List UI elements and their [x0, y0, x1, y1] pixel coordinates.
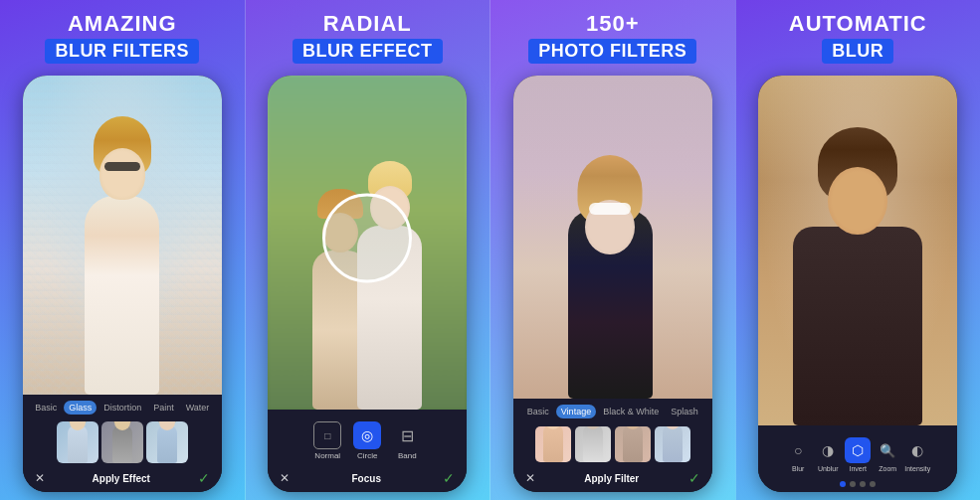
panel-auto-blur: AUTOMATIC BLUR ○ Blur ◑	[735, 0, 981, 500]
check-icon-3[interactable]: ✓	[688, 470, 700, 486]
zoom-tool-label: Zoom	[879, 465, 896, 472]
tab-basic-3[interactable]: Basic	[522, 405, 554, 418]
band-label: Band	[398, 451, 417, 460]
circle-icon: ◎	[353, 421, 381, 449]
band-icon: ⊟	[393, 421, 421, 449]
portrait-body	[793, 227, 922, 425]
panel-2-title-top: RADIAL	[293, 12, 443, 36]
focus-circle[interactable]: ◎ Circle	[353, 421, 381, 460]
tab-vintage[interactable]: Vintage	[556, 405, 596, 418]
panel-radial-blur: RADIAL BLUR EFFECT	[245, 0, 490, 500]
panel-1-controls: Basic Glass Distortion Paint Water	[23, 395, 222, 492]
check-icon-1[interactable]: ✓	[198, 470, 210, 486]
close-icon-2[interactable]: ✕	[280, 471, 290, 485]
invert-tool-label: Invert	[849, 465, 867, 472]
focus-options: □ Normal ◎ Circle ⊟ Band	[272, 416, 463, 466]
invert-icon: ⬡	[845, 437, 871, 463]
tool-intensity[interactable]: ◐ Intensity	[904, 437, 930, 472]
panel-1-title-bottom: BLUR FILTERS	[45, 39, 199, 64]
focus-band[interactable]: ⊟ Band	[393, 421, 421, 460]
panel-1-figure	[23, 91, 222, 395]
zoom-icon: 🔍	[875, 437, 900, 463]
panel-3-filter-tabs: Basic Vintage Black & White Splash	[517, 405, 708, 422]
dot-2	[850, 481, 856, 487]
intensity-tool-label: Intensity	[904, 465, 930, 472]
panel-1-phone: Basic Glass Distortion Paint Water	[23, 76, 222, 492]
tab-distortion[interactable]: Distortion	[98, 401, 146, 415]
focus-label[interactable]: Focus	[352, 473, 381, 484]
panel-2-header: RADIAL BLUR EFFECT	[285, 0, 451, 72]
close-icon-3[interactable]: ✕	[525, 471, 535, 485]
thumb-2[interactable]	[101, 421, 143, 463]
normal-label: Normal	[314, 451, 340, 460]
panel-photo-filters: 150+ PHOTO FILTERS Basic Vintage	[490, 0, 735, 500]
circle-label: Circle	[357, 451, 377, 460]
fashion-body	[568, 210, 653, 399]
panel-2-controls: □ Normal ◎ Circle ⊟ Band ✕ Focus ✓	[268, 410, 467, 492]
fashion-bg	[513, 76, 712, 399]
tool-zoom[interactable]: 🔍 Zoom	[875, 437, 900, 472]
panel-4-header: AUTOMATIC BLUR	[781, 0, 935, 72]
panel-4-photo	[758, 76, 957, 425]
panel-2-title-bottom: BLUR EFFECT	[293, 39, 443, 64]
tool-blur[interactable]: ○ Blur	[785, 437, 811, 472]
panel-2-photo	[268, 76, 467, 410]
blur-tool-label: Blur	[792, 465, 804, 472]
fashion-person	[568, 170, 658, 399]
dot-3	[860, 481, 866, 487]
tool-unblur[interactable]: ◑ Unblur	[815, 437, 841, 472]
unblur-tool-label: Unblur	[818, 465, 839, 472]
filter-thumb-3[interactable]	[615, 426, 651, 462]
tab-bw[interactable]: Black & White	[598, 405, 664, 418]
panel-blur-filters: AMAZING BLUR FILTERS	[0, 0, 245, 500]
filter-thumb-1[interactable]	[535, 426, 571, 462]
panel-1-filter-tabs: Basic Glass Distortion Paint Water	[27, 401, 218, 418]
dot-1	[840, 481, 846, 487]
panel-4-phone: ○ Blur ◑ Unblur ⬡ Invert 🔍 Zoom ◐ Int	[758, 76, 957, 492]
panel-3-title-top: 150+	[528, 12, 696, 36]
panel-3-title-bottom: PHOTO FILTERS	[528, 39, 696, 64]
check-icon-2[interactable]: ✓	[443, 470, 455, 486]
unblur-icon: ◑	[815, 437, 841, 463]
panel-4-title-top: AUTOMATIC	[789, 12, 927, 36]
panel-1-photo	[23, 76, 222, 395]
portrait-bg	[758, 76, 957, 425]
blur-icon: ○	[785, 437, 811, 463]
panel-2-bottom-bar: ✕ Focus ✓	[272, 466, 463, 490]
filter-thumb-4[interactable]	[655, 426, 690, 462]
thumb-1[interactable]	[57, 421, 98, 463]
apply-filter-label[interactable]: Apply Filter	[584, 473, 639, 484]
dot-row	[762, 478, 953, 490]
panel-1-header: AMAZING BLUR FILTERS	[37, 0, 207, 72]
panel-3-controls: Basic Vintage Black & White Splash	[513, 399, 712, 492]
thumb-3[interactable]	[146, 421, 188, 463]
panel-4-controls: ○ Blur ◑ Unblur ⬡ Invert 🔍 Zoom ◐ Int	[758, 425, 957, 492]
tool-bar: ○ Blur ◑ Unblur ⬡ Invert 🔍 Zoom ◐ Int	[762, 431, 953, 478]
tab-splash[interactable]: Splash	[666, 405, 703, 418]
panel-2-phone: □ Normal ◎ Circle ⊟ Band ✕ Focus ✓	[268, 76, 467, 492]
panel-3-header: 150+ PHOTO FILTERS	[520, 0, 704, 72]
focus-normal[interactable]: □ Normal	[313, 421, 341, 460]
tab-glass[interactable]: Glass	[64, 401, 97, 415]
panel-4-title-bottom: BLUR	[822, 39, 893, 64]
intensity-icon: ◐	[904, 437, 930, 463]
panel-1-thumbnails	[27, 418, 218, 466]
panel-1-title-top: AMAZING	[45, 12, 199, 36]
normal-icon: □	[313, 421, 341, 449]
tab-basic[interactable]: Basic	[30, 401, 62, 415]
tab-paint[interactable]: Paint	[148, 401, 179, 415]
panel-3-photo	[513, 76, 712, 399]
filter-strip	[517, 422, 708, 466]
tool-invert[interactable]: ⬡ Invert	[845, 437, 871, 472]
panel-3-bottom-bar: ✕ Apply Filter ✓	[517, 466, 708, 490]
woman-blur-bg	[23, 76, 222, 395]
portrait-head	[828, 167, 887, 235]
apply-effect-label[interactable]: Apply Effect	[93, 473, 150, 484]
filter-thumb-2[interactable]	[575, 426, 611, 462]
close-icon-1[interactable]: ✕	[35, 471, 45, 485]
person-head	[99, 148, 145, 200]
fashion-glasses	[589, 203, 631, 215]
tab-water[interactable]: Water	[181, 401, 215, 415]
person-body	[85, 196, 159, 395]
panel-3-phone: Basic Vintage Black & White Splash	[513, 76, 712, 492]
